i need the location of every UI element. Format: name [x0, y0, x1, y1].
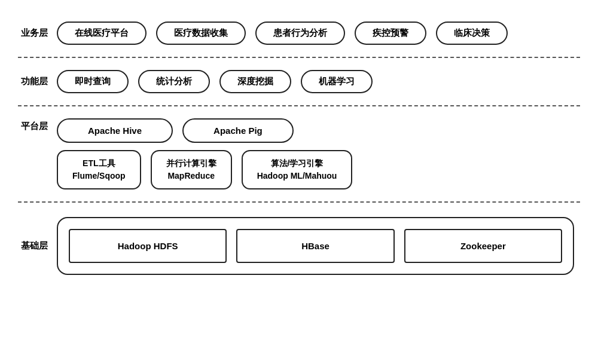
business-layer-label: 业务层: [18, 27, 51, 39]
base-item-1: HBase: [236, 229, 394, 263]
business-layer: 业务层 在线医疗平台 医疗数据收集 患者行为分析 疾控预警 临床决策: [18, 12, 580, 54]
base-item-0: Hadoop HDFS: [69, 229, 227, 263]
function-item-2: 深度挖掘: [219, 70, 291, 93]
platform-top-row: Apache Hive Apache Pig: [57, 118, 574, 143]
base-layer: 基础层 Hadoop HDFS HBase Zookeeper: [18, 205, 580, 287]
business-item-4: 临床决策: [436, 22, 508, 45]
platform-layer: 平台层 Apache Hive Apache Pig ETL工具 Flume/S…: [18, 109, 580, 199]
function-layer-content: 即时查询 统计分析 深度挖掘 机器学习: [51, 66, 580, 97]
platform-bottom-item-1: 并行计算引擎 MapReduce: [151, 150, 232, 189]
business-item-2: 患者行为分析: [255, 22, 345, 45]
base-item-2: Zookeeper: [404, 229, 562, 263]
function-layer-label: 功能层: [18, 76, 51, 87]
function-item-0: 即时查询: [57, 70, 129, 93]
function-layer: 功能层 即时查询 统计分析 深度挖掘 机器学习: [18, 60, 580, 103]
business-layer-content: 在线医疗平台 医疗数据收集 患者行为分析 疾控预警 临床决策: [51, 18, 580, 48]
divider-3: [18, 201, 580, 203]
base-layer-content: Hadoop HDFS HBase Zookeeper: [51, 213, 580, 279]
platform-bottom-item-0: ETL工具 Flume/Sqoop: [57, 150, 141, 189]
platform-top-item-1: Apache Pig: [182, 118, 294, 143]
platform-top-item-0: Apache Hive: [57, 118, 173, 143]
platform-layer-label: 平台层: [18, 115, 51, 132]
platform-section: Apache Hive Apache Pig ETL工具 Flume/Sqoop…: [51, 115, 580, 193]
platform-bottom-item-2: 算法/学习引擎 Hadoop ML/Mahuou: [242, 150, 353, 189]
business-item-0: 在线医疗平台: [57, 22, 147, 45]
divider-1: [18, 57, 580, 58]
divider-2: [18, 105, 580, 106]
function-item-3: 机器学习: [301, 70, 373, 93]
function-item-1: 统计分析: [138, 70, 210, 93]
base-layer-label: 基础层: [18, 240, 51, 252]
platform-bottom-row: ETL工具 Flume/Sqoop 并行计算引擎 MapReduce 算法/学习…: [57, 150, 574, 189]
business-item-3: 疾控预警: [355, 22, 426, 45]
business-item-1: 医疗数据收集: [156, 22, 246, 45]
base-outer-container: Hadoop HDFS HBase Zookeeper: [57, 217, 574, 275]
